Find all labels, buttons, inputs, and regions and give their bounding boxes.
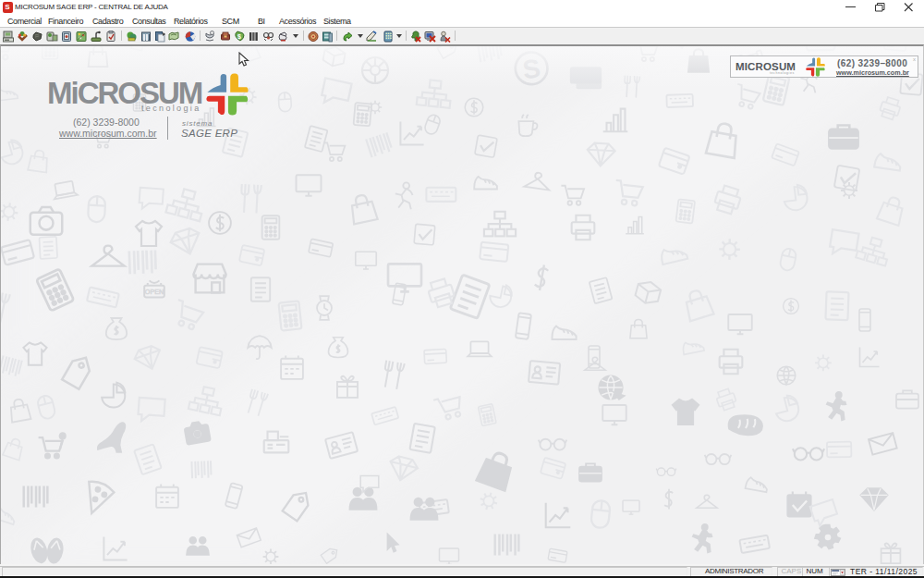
svg-text:$: $ [237,33,241,41]
svg-text:OPEN: OPEN [145,288,164,296]
